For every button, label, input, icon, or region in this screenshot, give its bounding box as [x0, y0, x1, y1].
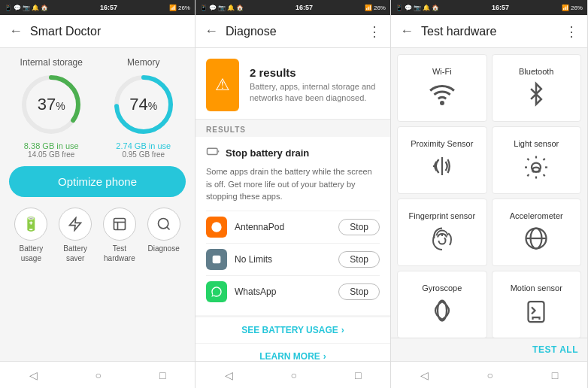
status-time-3: 16:57 — [492, 4, 509, 11]
see-battery-usage-link[interactable]: SEE BATTERY USAGE › — [195, 317, 390, 343]
app-row-nolimits: No Limits Stop — [206, 243, 380, 275]
recent-nav-2[interactable]: □ — [355, 369, 361, 381]
memory-circle: 74% — [110, 71, 177, 138]
svg-rect-4 — [114, 219, 125, 230]
home-nav-2[interactable]: ○ — [291, 369, 297, 381]
battery-3: 26% — [571, 5, 583, 11]
battery-2: 26% — [374, 5, 386, 11]
svg-rect-29 — [529, 302, 544, 322]
status-right-icons-1: 📶26% — [169, 5, 190, 11]
gyroscope-label: Gyroscope — [422, 283, 462, 293]
recent-nav-1[interactable]: □ — [159, 369, 165, 381]
accelerometer-icon — [523, 225, 550, 257]
battery-drain-desc: Some apps drain the battery while the sc… — [206, 165, 380, 203]
status-bar-1: 📱💬📷🔔🏠 16:57 📶26% — [0, 0, 195, 15]
optimize-phone-button[interactable]: Optimize phone — [9, 166, 186, 197]
results-header: RESULTS — [195, 120, 390, 137]
panel-smart-doctor: 📱💬📷🔔🏠 16:57 📶26% ← Smart Doctor Internal… — [0, 0, 195, 388]
status-left-icons: 📱💬📷🔔🏠 — [5, 5, 48, 11]
accelerometer-label: Accelerometer — [510, 211, 563, 220]
memory-percent: 74% — [129, 95, 157, 114]
battery-usage-item[interactable]: 🔋 Batteryusage — [14, 208, 47, 263]
battery-saver-icon — [59, 208, 92, 241]
status-right-3: 📶26% — [562, 5, 583, 11]
svg-point-10 — [211, 222, 221, 232]
home-nav-3[interactable]: ○ — [487, 369, 493, 381]
whatsapp-name: WhatsApp — [235, 286, 338, 297]
status-right-2: 📶26% — [365, 5, 386, 11]
nolimits-stop-button[interactable]: Stop — [338, 251, 380, 268]
bottom-icons-row: 🔋 Batteryusage Batterysaver — [9, 205, 186, 266]
storage-row: Internal storage 37% 8.38 GB in use 14.0… — [9, 57, 186, 159]
back-icon-3[interactable]: ← — [400, 23, 414, 39]
diagnose-summary: ⚠ 2 results Battery, apps, internal stor… — [195, 48, 390, 120]
battery-drain-title: Stop battery drain — [226, 147, 309, 159]
status-bar-2: 📱💬📷🔔🏠 16:57 📶26% — [195, 0, 390, 15]
whatsapp-stop-button[interactable]: Stop — [338, 283, 380, 300]
fingerprint-sensor-card[interactable]: Fingerprint sensor — [397, 199, 487, 266]
status-time-1: 16:57 — [100, 4, 117, 11]
learn-more-link[interactable]: LEARN MORE › — [195, 343, 390, 362]
diagnose-results-title: 2 results — [250, 66, 380, 79]
learn-more-label: LEARN MORE — [259, 351, 320, 362]
home-nav-1[interactable]: ○ — [95, 369, 102, 381]
more-icon-2[interactable]: ⋮ — [368, 23, 381, 40]
antennapod-stop-button[interactable]: Stop — [338, 219, 380, 235]
internal-storage-info: 8.38 GB in use 14.05 GB free — [24, 141, 79, 159]
whatsapp-icon — [206, 281, 227, 302]
antennapod-name: AntennaPod — [235, 222, 338, 232]
wifi-card[interactable]: Wi-Fi — [397, 54, 487, 122]
svg-line-18 — [528, 158, 529, 159]
internal-storage-percent: 37% — [38, 95, 65, 114]
app-row-whatsapp: WhatsApp Stop — [206, 275, 380, 308]
svg-line-23 — [544, 158, 545, 159]
top-bar-2: ← Diagnose ⋮ — [195, 15, 390, 48]
memory-widget: Memory 74% 2.74 GB in use 0.95 GB free — [110, 57, 177, 159]
internal-free: 14.05 GB free — [24, 150, 79, 159]
nav-bar-3: ◁ ○ □ — [391, 361, 587, 388]
proximity-icon — [429, 153, 456, 185]
battery-saver-label: Batterysaver — [63, 244, 87, 263]
motion-sensor-card[interactable]: Motion sensor — [492, 271, 582, 338]
more-icon-3[interactable]: ⋮ — [565, 23, 578, 40]
gyroscope-icon — [429, 297, 456, 329]
panel-test-hardware: 📱💬📷🔔🏠 16:57 📶26% ← Test hardware ⋮ Wi-Fi — [391, 0, 588, 388]
diagnose-label: Diagnose — [147, 244, 179, 253]
status-left-2: 📱💬📷🔔🏠 — [200, 5, 244, 11]
gyroscope-card[interactable]: Gyroscope — [397, 271, 487, 338]
battery-drain-icon — [206, 144, 220, 161]
internal-used: 8.38 GB in use — [24, 141, 79, 150]
antennapod-icon — [206, 217, 227, 238]
bluetooth-card[interactable]: Bluetooth — [492, 54, 582, 122]
svg-line-22 — [528, 174, 529, 176]
battery-usage-label: Batteryusage — [20, 244, 44, 263]
accelerometer-card[interactable]: Accelerometer — [492, 199, 582, 266]
back-nav-1[interactable]: ◁ — [29, 369, 38, 381]
back-nav-3[interactable]: ◁ — [420, 369, 429, 381]
light-sensor-icon — [523, 153, 550, 185]
diagnose-info: 2 results Battery, apps, internal storag… — [250, 66, 380, 105]
recent-nav-3[interactable]: □ — [552, 369, 558, 381]
internal-storage-widget: Internal storage 37% 8.38 GB in use 14.0… — [17, 57, 85, 159]
nav-bar-2: ◁ ○ □ — [195, 361, 390, 388]
memory-label: Memory — [127, 57, 159, 68]
panel-diagnose: 📱💬📷🔔🏠 16:57 📶26% ← Diagnose ⋮ ⚠ 2 result… — [195, 0, 391, 388]
battery-saver-item[interactable]: Batterysaver — [59, 208, 92, 263]
svg-line-8 — [167, 227, 170, 230]
diagnose-item[interactable]: Diagnose — [147, 208, 180, 253]
app-row-antennapod: AntennaPod Stop — [206, 211, 380, 243]
wifi-icon — [429, 80, 456, 113]
internal-storage-label: Internal storage — [20, 57, 83, 68]
back-nav-2[interactable]: ◁ — [225, 369, 233, 381]
light-sensor-card[interactable]: Light sensor — [492, 126, 582, 194]
panel1-title: Smart Doctor — [30, 25, 101, 38]
svg-rect-11 — [213, 255, 221, 263]
proximity-sensor-card[interactable]: Proximity Sensor — [397, 126, 487, 194]
back-icon-2[interactable]: ← — [205, 23, 218, 39]
motion-sensor-label: Motion sensor — [511, 283, 562, 293]
nolimits-icon — [206, 249, 227, 270]
test-all-button[interactable]: TEST ALL — [532, 344, 578, 355]
light-sensor-label: Light sensor — [514, 139, 559, 148]
test-hardware-item[interactable]: Testhardware — [103, 208, 136, 263]
back-icon-1[interactable]: ← — [9, 23, 23, 39]
